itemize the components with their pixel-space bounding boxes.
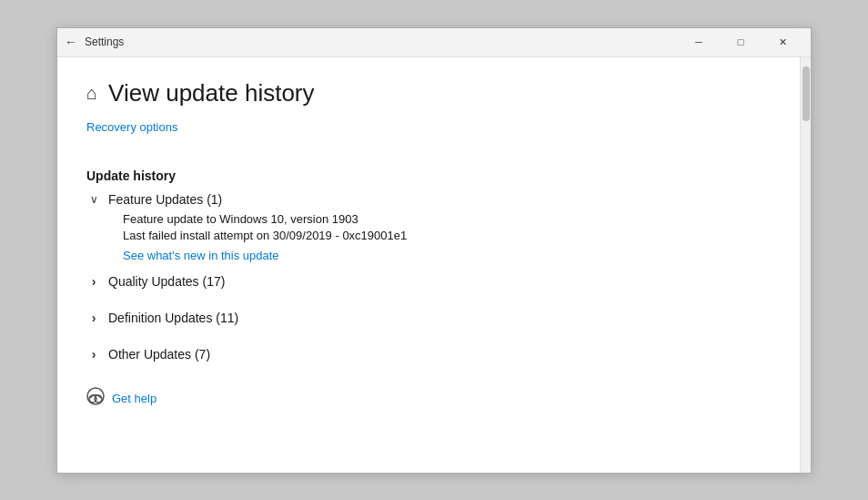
page-title: View update history [108, 79, 314, 107]
chevron-right-icon: › [86, 347, 101, 362]
minimize-button[interactable]: ─ [678, 27, 720, 56]
definition-updates-label: Definition Updates (11) [108, 311, 238, 325]
get-help-row: Get help [86, 387, 771, 410]
maximize-button[interactable]: □ [720, 27, 762, 56]
quality-updates-group: › Quality Updates (17) [86, 270, 771, 292]
recovery-link[interactable]: Recovery options [86, 120, 177, 134]
other-updates-header[interactable]: › Other Updates (7) [86, 343, 771, 365]
feature-updates-header[interactable]: ∨ Feature Updates (1) [86, 192, 771, 207]
chevron-right-icon: › [86, 274, 101, 289]
chevron-down-icon: ∨ [86, 193, 101, 206]
chevron-right-icon: › [86, 311, 101, 325]
close-button[interactable]: ✕ [762, 27, 803, 56]
title-bar: ← Settings ─ □ ✕ [57, 28, 811, 57]
window-title: Settings [85, 36, 678, 48]
window-controls: ─ □ ✕ [678, 27, 803, 56]
settings-window: ← Settings ─ □ ✕ ⌂ View update history R… [56, 27, 812, 474]
back-button[interactable]: ← [65, 35, 77, 49]
feature-updates-label: Feature Updates (1) [108, 192, 222, 207]
quality-updates-header[interactable]: › Quality Updates (17) [86, 270, 771, 292]
update-name: Feature update to Windows 10, version 19… [123, 212, 771, 226]
feature-update-details: Feature update to Windows 10, version 19… [123, 212, 771, 263]
home-icon: ⌂ [86, 83, 97, 104]
section-title: Update history [86, 168, 771, 183]
scrollbar[interactable] [800, 57, 811, 473]
main-content: ⌂ View update history Recovery options U… [57, 57, 800, 473]
other-updates-label: Other Updates (7) [108, 347, 210, 362]
definition-updates-group: › Definition Updates (11) [86, 307, 771, 329]
get-help-link[interactable]: Get help [112, 392, 156, 405]
content-area: ⌂ View update history Recovery options U… [57, 57, 811, 473]
definition-updates-header[interactable]: › Definition Updates (11) [86, 307, 771, 329]
feature-updates-group: ∨ Feature Updates (1) Feature update to … [86, 192, 771, 263]
update-whats-new-link[interactable]: See what's new in this update [123, 249, 279, 262]
get-help-icon [86, 387, 105, 410]
page-header: ⌂ View update history [86, 79, 771, 107]
other-updates-group: › Other Updates (7) [86, 343, 771, 365]
update-status: Last failed install attempt on 30/09/201… [123, 229, 771, 242]
quality-updates-label: Quality Updates (17) [108, 274, 225, 289]
scrollbar-thumb[interactable] [802, 66, 810, 121]
